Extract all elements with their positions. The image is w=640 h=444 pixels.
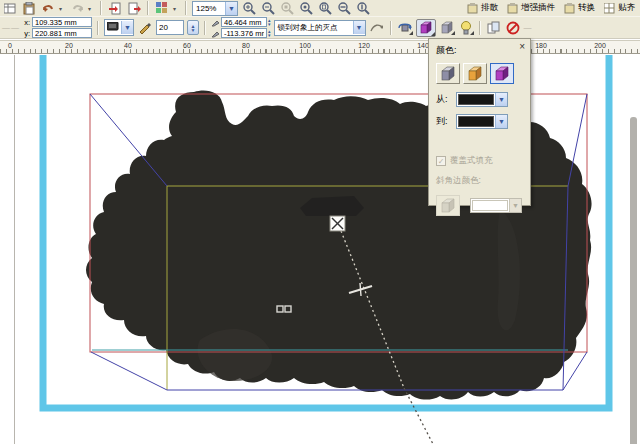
vp-x-spinner[interactable]: ▴▾ <box>268 18 271 26</box>
stamp-icon <box>507 3 518 14</box>
toolbar-button-enhanced-plugin[interactable]: 增强插件 <box>504 2 558 14</box>
clear-extrude-icon[interactable] <box>505 21 521 35</box>
extrude-color-button[interactable] <box>416 19 436 37</box>
depth-input[interactable] <box>156 20 184 35</box>
redo-icon[interactable] <box>69 1 85 15</box>
from-label: 从: <box>436 93 452 106</box>
zoom-level-combo[interactable]: 125% ▼ <box>192 1 238 16</box>
depth-spinner[interactable]: ▲▼ <box>187 20 199 35</box>
undo-dropdown-arrow[interactable]: ▾ <box>59 5 66 12</box>
depth-icon <box>137 21 153 35</box>
app-launcher-dropdown-arrow[interactable]: ▾ <box>173 5 180 12</box>
disabled-handle-icon: —— <box>2 23 20 32</box>
vertical-scrollbar-thumb[interactable] <box>630 117 637 444</box>
from-color-swatch <box>458 94 494 105</box>
y-label: y: <box>23 29 30 38</box>
separator <box>479 21 481 35</box>
extrusion-type-icon <box>105 21 121 34</box>
vanishing-point-coords-group: ▴▾ ▴▾ <box>211 17 271 38</box>
from-color-picker[interactable]: ▼ <box>456 92 508 107</box>
chevron-down-icon[interactable]: ▼ <box>495 115 507 128</box>
extrude-rotation-button[interactable] <box>397 21 413 35</box>
chevron-down-icon[interactable]: ▼ <box>353 21 365 34</box>
stamp-icon <box>467 3 478 14</box>
table-icon[interactable] <box>2 1 18 15</box>
zoom-in-icon[interactable] <box>241 1 257 15</box>
ruler-ticks <box>0 49 640 53</box>
ruler-label: 180 <box>535 42 547 49</box>
standard-toolbar: ▾ ▾ ▾ 125% ▼ 排散 增强插件 转换 贴齐 <box>0 0 640 17</box>
ruler-label: 80 <box>242 42 250 49</box>
import-icon[interactable] <box>107 1 123 15</box>
close-icon[interactable]: × <box>519 42 525 51</box>
app-launcher-icon[interactable] <box>154 1 170 15</box>
zoom-out-icon[interactable] <box>260 1 276 15</box>
vp-x-icon <box>211 18 220 27</box>
color-mode-buttons <box>436 63 523 84</box>
bevel-color-swatch <box>472 200 508 211</box>
export-icon[interactable] <box>126 1 142 15</box>
use-solid-color-button[interactable] <box>463 63 487 84</box>
extrude-bevel-button[interactable] <box>439 21 455 35</box>
separator <box>100 1 102 15</box>
ruler-label: 200 <box>594 42 606 49</box>
vanishing-point-marker[interactable] <box>330 216 345 231</box>
toolbar-button-label: 增强插件 <box>521 2 555 14</box>
ruler-label: 40 <box>124 42 132 49</box>
extrude-diagonal-tl[interactable] <box>90 94 167 186</box>
grid-icon <box>604 3 615 14</box>
zoom-level-value: 125% <box>193 4 225 13</box>
copy-extrude-properties-icon[interactable] <box>486 21 502 35</box>
vp-properties-dropdown[interactable]: 锁到对象上的灭点 ▼ <box>274 20 366 36</box>
toolbar-button-label: 排散 <box>481 2 498 14</box>
panel-title: 颜色: <box>436 44 523 57</box>
zoom-selected-icon[interactable] <box>279 1 295 15</box>
to-color-picker[interactable]: ▼ <box>456 114 508 129</box>
extrude-property-bar: —— x: y: ▼ ▲▼ ▴▾ ▴▾ 锁到对象上的灭点 ▼ <box>0 17 640 39</box>
copy-vp-icon[interactable] <box>369 21 385 35</box>
flyout-corner <box>470 31 474 35</box>
ruler-label: 0 <box>8 42 12 49</box>
extrusion-type-combo[interactable]: ▼ <box>104 19 134 36</box>
ruler-label: 120 <box>358 42 370 49</box>
flyout-corner <box>409 31 413 35</box>
chevron-down-icon[interactable]: ▼ <box>121 21 133 34</box>
toolbar-button-snap[interactable]: 贴齐 <box>601 2 638 14</box>
zoom-page-width-icon[interactable] <box>336 1 352 15</box>
y-position-input[interactable] <box>32 28 92 38</box>
separator <box>390 21 392 35</box>
use-color-shading-button[interactable] <box>490 63 514 84</box>
use-object-fill-button[interactable] <box>436 63 460 84</box>
separator <box>97 21 99 35</box>
zoom-all-objects-icon[interactable] <box>298 1 314 15</box>
vp-y-icon <box>211 29 220 38</box>
toolbar-button-break-apart[interactable]: 排散 <box>464 2 501 14</box>
extrude-lighting-button[interactable] <box>458 21 474 35</box>
zoom-page-icon[interactable] <box>317 1 333 15</box>
to-color-swatch <box>458 116 494 127</box>
zoom-page-height-icon[interactable] <box>355 1 371 15</box>
drape-fills-checkbox[interactable]: ✓ <box>436 156 446 166</box>
separator <box>185 1 187 15</box>
drape-fills-label: 覆盖式填充 <box>450 155 493 167</box>
bevel-color-picker[interactable]: ▼ <box>470 198 522 213</box>
flyout-corner <box>431 32 435 36</box>
drawing-canvas[interactable] <box>0 55 640 444</box>
chevron-down-icon[interactable]: ▼ <box>225 2 237 15</box>
canvas-artwork <box>0 55 640 444</box>
vp-x-input[interactable] <box>221 17 267 27</box>
vp-y-spinner[interactable]: ▴▾ <box>268 29 271 37</box>
object-position-group: x: y: <box>23 17 92 38</box>
bevel-color-button[interactable] <box>436 195 460 216</box>
undo-icon[interactable] <box>40 1 56 15</box>
x-position-input[interactable] <box>32 17 92 27</box>
chevron-down-icon[interactable]: ▼ <box>495 93 507 106</box>
toolbar-button-convert[interactable]: 转换 <box>561 2 598 14</box>
ruler-label: 20 <box>65 42 73 49</box>
horizontal-ruler[interactable]: 0 20 40 60 80 100 120 140 160 180 200 <box>0 40 640 54</box>
vp-properties-value: 锁到对象上的灭点 <box>275 23 353 33</box>
paste-icon[interactable] <box>21 1 37 15</box>
extrude-diagonal-bl[interactable] <box>91 352 167 390</box>
vp-y-input[interactable] <box>221 28 267 38</box>
redo-dropdown-arrow[interactable]: ▾ <box>88 5 95 12</box>
